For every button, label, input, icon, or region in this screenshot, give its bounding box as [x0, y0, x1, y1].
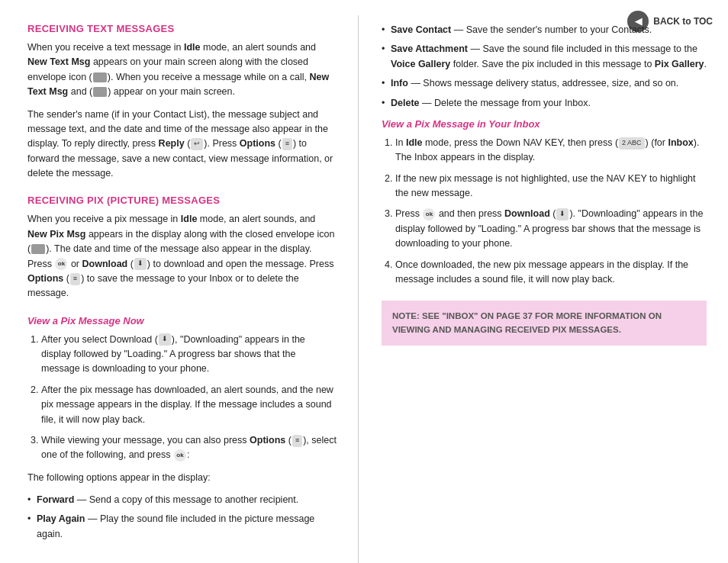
section-receiving-pix: RECEIVING PIX (PICTURE) MESSAGES When yo… [27, 195, 337, 301]
option-save-contact: Save Contact — Save the sender's number … [382, 23, 707, 37]
option-save-attachment: Save Attachment — Save the sound file in… [382, 42, 707, 72]
option-info: Info — Shows message delivery status, ad… [382, 76, 707, 91]
note-box: NOTE: SEE "INBOX" ON PAGE 37 FOR MORE IN… [382, 301, 707, 346]
heading-receiving-text: RECEIVING TEXT MESSAGES [27, 23, 337, 34]
view-pix-inbox-steps: In Idle mode, press the Down NAV KEY, th… [382, 136, 707, 287]
page: BACK to TOC RECEIVING TEXT MESSAGES When… [0, 0, 728, 563]
step-3: While viewing your message, you can also… [41, 433, 337, 463]
inbox-step-1: In Idle mode, press the Down NAV KEY, th… [395, 136, 707, 166]
subheading-view-pix-inbox: View a Pix Message in Your Inbox [382, 118, 707, 130]
right-column: Save Contact — Save the sender's number … [359, 15, 728, 563]
download-icon-inbox: ⬇ [556, 208, 569, 220]
text-receiving-pix-p1: When you receive a pix message in Idle m… [27, 212, 337, 301]
note-text: NOTE: SEE "INBOX" ON PAGE 37 FOR MORE IN… [392, 311, 662, 333]
options-continued: Save Contact — Save the sender's number … [382, 23, 707, 111]
subheading-view-pix-now: View a Pix Message Now [27, 315, 337, 327]
download-btn-icon: ⬇ [134, 258, 147, 270]
nav-2-icon: 2 ABC [619, 137, 645, 150]
options-btn-icon-2: ≡ [70, 273, 80, 285]
options-icon-step3: ≡ [292, 435, 302, 447]
option-play-again: Play Again — Play the sound file include… [27, 512, 337, 542]
step-2: After the pix message has downloaded, an… [41, 383, 337, 427]
heading-receiving-pix: RECEIVING PIX (PICTURE) MESSAGES [27, 195, 337, 206]
section-receiving-text: RECEIVING TEXT MESSAGES When you receive… [27, 23, 337, 181]
pix-now-options: Forward — Send a copy of this message to… [27, 493, 337, 542]
envelope-icon-2 [93, 87, 107, 97]
envelope-icon-3 [31, 244, 45, 254]
ok-icon: ok [55, 258, 67, 270]
reply-btn-icon: ↩ [191, 138, 203, 150]
options-btn-icon: ≡ [282, 138, 292, 150]
envelope-icon [93, 72, 107, 82]
option-delete: Delete — Delete the message from your In… [382, 96, 707, 111]
ok-icon-step3: ok [174, 449, 186, 462]
options-label: The following options appear in the disp… [27, 471, 337, 485]
text-receiving-text-p1: When you receive a text message in Idle … [27, 40, 337, 100]
view-pix-now-steps: After you select Download (⬇), "Download… [27, 333, 337, 463]
option-forward: Forward — Send a copy of this message to… [27, 493, 337, 507]
section-view-pix-inbox: View a Pix Message in Your Inbox In Idle… [382, 118, 707, 287]
download-icon-step1: ⬇ [159, 333, 171, 346]
left-column: RECEIVING TEXT MESSAGES When you receive… [0, 15, 359, 563]
inbox-step-4: Once downloaded, the new pix message app… [395, 258, 707, 288]
inbox-step-3: Press ok and then press Download (⬇). "D… [395, 207, 707, 251]
inbox-step-2: If the new pix message is not highlighte… [395, 172, 707, 201]
step-1: After you select Download (⬇), "Download… [41, 333, 337, 377]
section-view-pix-now: View a Pix Message Now After you select … [27, 315, 337, 542]
ok-icon-inbox: ok [423, 208, 435, 220]
text-receiving-text-p2: The sender's name (if in your Contact Li… [27, 108, 337, 182]
